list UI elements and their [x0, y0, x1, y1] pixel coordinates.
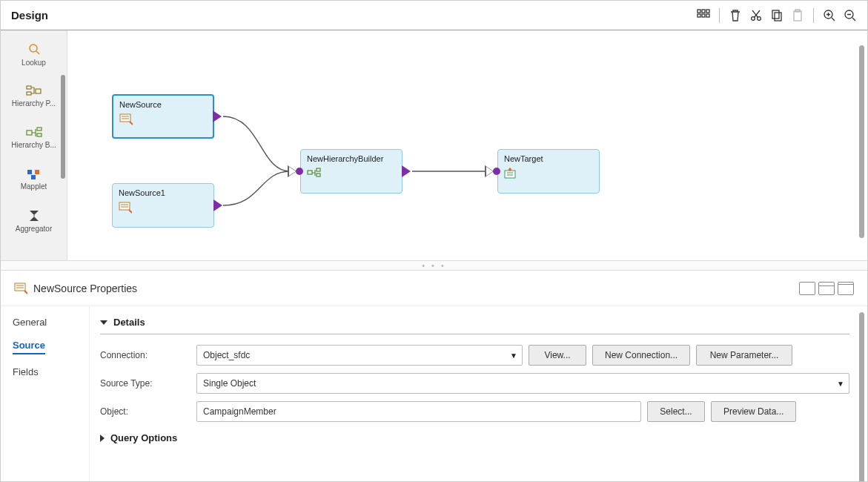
row-source-type: Source Type: Single Object ▼	[100, 373, 849, 394]
canvas-scrollbar[interactable]	[859, 45, 864, 238]
properties-body: General Source Fields Details Connection…	[1, 306, 867, 481]
chevron-down-icon: ▼	[510, 351, 517, 360]
node-input-port[interactable]	[296, 168, 303, 175]
node-input-port-open[interactable]	[288, 165, 296, 177]
svg-rect-21	[27, 170, 32, 174]
svg-rect-23	[31, 175, 36, 179]
layout-maximize-button[interactable]	[799, 282, 815, 295]
zoom-in-icon[interactable]	[823, 9, 836, 22]
object-value: CampaignMember	[203, 406, 276, 417]
node-label: NewHierarchyBuilder	[307, 154, 396, 163]
properties-header: NewSource Properties	[1, 271, 867, 306]
row-object: Object: CampaignMember Select... Preview…	[100, 401, 849, 422]
section-query-options-header[interactable]: Query Options	[100, 429, 849, 449]
svg-rect-18	[27, 131, 32, 135]
palette-scrollbar[interactable]	[61, 75, 65, 179]
svg-rect-5	[706, 14, 709, 17]
section-query-options-label: Query Options	[110, 432, 177, 443]
copy-icon[interactable]	[770, 9, 783, 22]
preview-data-button[interactable]: Preview Data...	[711, 401, 796, 422]
source-icon	[119, 113, 207, 127]
svg-rect-9	[775, 13, 781, 21]
svg-point-14	[30, 44, 37, 52]
node-newhierarchybuilder[interactable]: NewHierarchyBuilder	[300, 149, 402, 194]
node-input-port[interactable]	[493, 168, 500, 175]
paste-icon[interactable]	[791, 9, 804, 22]
hierarchy-builder-icon	[307, 168, 396, 179]
node-label: NewSource	[119, 100, 207, 109]
svg-rect-30	[15, 283, 25, 291]
palette-item-aggregator[interactable]: Aggregator	[4, 199, 64, 241]
svg-rect-28	[317, 174, 320, 176]
svg-rect-3	[698, 14, 700, 17]
node-output-port[interactable]	[213, 110, 222, 122]
source-type-select[interactable]: Single Object ▼	[196, 373, 849, 394]
node-output-port[interactable]	[402, 165, 411, 177]
palette-item-hierarchy-parser[interactable]: Hierarchy P...	[4, 75, 64, 116]
svg-rect-29	[505, 171, 515, 178]
hierarchy-builder-icon	[25, 126, 43, 139]
mapplet-icon	[26, 168, 42, 181]
palette-label: Hierarchy B...	[11, 141, 56, 149]
source-type-value: Single Object	[203, 378, 256, 389]
view-button[interactable]: View...	[529, 345, 586, 366]
node-output-port[interactable]	[213, 199, 222, 211]
svg-rect-1	[702, 10, 705, 13]
target-icon	[504, 168, 593, 181]
svg-rect-4	[702, 14, 705, 17]
source-icon	[14, 283, 27, 294]
properties-tabs: General Source Fields	[1, 306, 90, 481]
row-connection: Connection: Object_sfdc ▼ View... New Co…	[100, 345, 849, 366]
palette-item-lookup[interactable]: Lookup	[4, 33, 64, 75]
node-newsource1[interactable]: NewSource1	[112, 183, 214, 228]
properties-panel: NewSource Properties General Source Fiel…	[1, 271, 867, 481]
svg-rect-19	[37, 128, 42, 131]
delete-icon[interactable]	[729, 9, 742, 22]
palette-item-mapplet[interactable]: Mapplet	[4, 158, 64, 199]
mapping-canvas[interactable]: NewSource NewSource1 NewHierarchyBuilder…	[67, 30, 867, 260]
node-newtarget[interactable]: NewTarget	[497, 149, 600, 194]
aggregator-icon	[27, 208, 42, 223]
new-connection-button[interactable]: New Connection...	[592, 345, 690, 366]
grid-icon[interactable]	[697, 9, 710, 22]
tab-general[interactable]: General	[13, 317, 77, 328]
transformation-palette: Lookup Hierarchy P... Hierarchy B... Map…	[1, 30, 67, 260]
connection-value: Object_sfdc	[203, 350, 250, 360]
section-details-header[interactable]: Details	[100, 314, 849, 334]
chevron-down-icon	[100, 320, 107, 325]
palette-label: Mapplet	[21, 182, 47, 191]
source-icon	[119, 202, 208, 215]
chevron-down-icon: ▼	[837, 380, 844, 388]
svg-rect-25	[119, 202, 130, 210]
svg-rect-10	[794, 11, 801, 21]
layout-split-button[interactable]	[818, 282, 835, 295]
node-input-port-open[interactable]	[485, 165, 494, 177]
panel-splitter[interactable]: • • •	[1, 260, 867, 271]
select-button[interactable]: Select...	[647, 401, 705, 422]
label-connection: Connection:	[100, 350, 196, 360]
svg-rect-17	[36, 89, 41, 93]
node-label: NewSource1	[119, 188, 208, 197]
properties-content: Details Connection: Object_sfdc ▼ View..…	[90, 306, 867, 481]
new-parameter-button[interactable]: New Parameter...	[696, 345, 792, 366]
label-object: Object:	[100, 406, 196, 417]
toolbar-icon-group	[697, 8, 857, 23]
svg-rect-22	[35, 170, 39, 174]
chevron-right-icon	[100, 435, 105, 442]
tab-source[interactable]: Source	[13, 340, 45, 354]
node-newsource[interactable]: NewSource	[112, 94, 214, 139]
section-details-label: Details	[113, 317, 145, 328]
palette-item-hierarchy-builder[interactable]: Hierarchy B...	[4, 116, 64, 158]
palette-label: Hierarchy P...	[12, 99, 56, 108]
connection-select[interactable]: Object_sfdc ▼	[196, 345, 523, 366]
layout-minimize-button[interactable]	[838, 282, 854, 295]
design-toolbar: Design	[1, 1, 867, 30]
svg-rect-24	[120, 114, 130, 122]
tab-fields[interactable]: Fields	[13, 366, 77, 377]
svg-rect-15	[27, 86, 31, 89]
design-canvas-area: Lookup Hierarchy P... Hierarchy B... Map…	[1, 30, 867, 260]
cut-icon[interactable]	[749, 9, 763, 22]
zoom-out-icon[interactable]	[844, 9, 857, 22]
properties-scrollbar[interactable]	[859, 312, 864, 482]
object-input[interactable]: CampaignMember	[196, 401, 641, 422]
